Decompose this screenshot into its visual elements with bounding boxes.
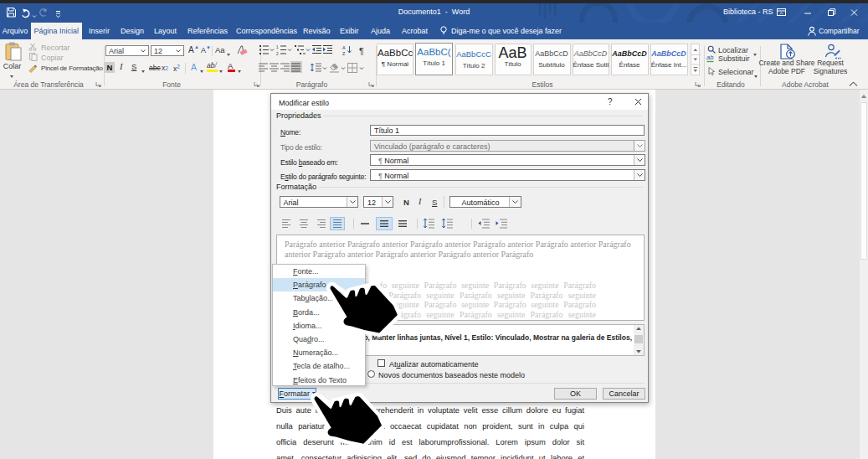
svg-text:2: 2 <box>276 51 279 55</box>
svg-text:Z: Z <box>342 50 346 55</box>
svg-text:ab: ab <box>706 54 713 61</box>
svg-text:¶: ¶ <box>359 45 364 55</box>
svg-text:A: A <box>342 44 346 49</box>
svg-text:1: 1 <box>276 44 279 49</box>
